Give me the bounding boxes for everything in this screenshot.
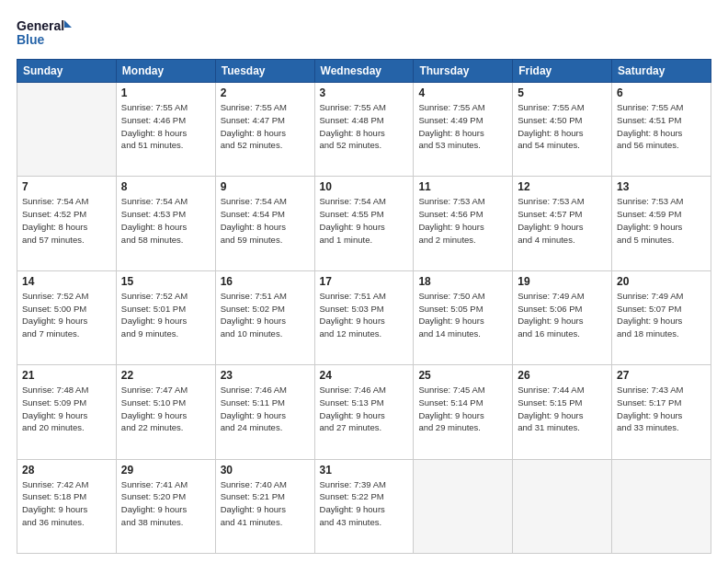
calendar-cell: 27Sunrise: 7:43 AM Sunset: 5:17 PM Dayli… xyxy=(612,365,711,459)
day-info: Sunrise: 7:52 AM Sunset: 5:01 PM Dayligh… xyxy=(121,290,210,340)
day-number: 14 xyxy=(22,275,111,288)
calendar-cell: 29Sunrise: 7:41 AM Sunset: 5:20 PM Dayli… xyxy=(116,459,215,553)
day-info: Sunrise: 7:52 AM Sunset: 5:00 PM Dayligh… xyxy=(22,290,111,340)
day-info: Sunrise: 7:45 AM Sunset: 5:14 PM Dayligh… xyxy=(418,384,507,434)
calendar-cell: 20Sunrise: 7:49 AM Sunset: 5:07 PM Dayli… xyxy=(612,270,711,364)
calendar-cell: 30Sunrise: 7:40 AM Sunset: 5:21 PM Dayli… xyxy=(215,459,314,553)
day-number: 13 xyxy=(617,180,706,193)
day-info: Sunrise: 7:53 AM Sunset: 4:56 PM Dayligh… xyxy=(418,195,507,246)
weekday-header-saturday: Saturday xyxy=(612,60,711,83)
weekday-header-sunday: Sunday xyxy=(17,60,117,83)
calendar-cell: 8Sunrise: 7:54 AM Sunset: 4:53 PM Daylig… xyxy=(116,177,215,270)
calendar-cell: 31Sunrise: 7:39 AM Sunset: 5:22 PM Dayli… xyxy=(314,459,414,553)
calendar-cell: 16Sunrise: 7:51 AM Sunset: 5:02 PM Dayli… xyxy=(215,270,314,364)
calendar-cell: 21Sunrise: 7:48 AM Sunset: 5:09 PM Dayli… xyxy=(17,365,117,459)
day-number: 22 xyxy=(121,369,210,382)
calendar-cell: 17Sunrise: 7:51 AM Sunset: 5:03 PM Dayli… xyxy=(314,270,414,364)
week-row-5: 28Sunrise: 7:42 AM Sunset: 5:18 PM Dayli… xyxy=(17,459,711,553)
svg-text:General: General xyxy=(17,18,64,33)
calendar-cell: 22Sunrise: 7:47 AM Sunset: 5:10 PM Dayli… xyxy=(116,365,215,459)
calendar-cell: 19Sunrise: 7:49 AM Sunset: 5:06 PM Dayli… xyxy=(513,270,612,364)
day-number: 26 xyxy=(518,369,607,382)
day-info: Sunrise: 7:39 AM Sunset: 5:22 PM Dayligh… xyxy=(320,478,409,529)
day-info: Sunrise: 7:55 AM Sunset: 4:47 PM Dayligh… xyxy=(221,101,310,152)
calendar-cell: 26Sunrise: 7:44 AM Sunset: 5:15 PM Dayli… xyxy=(513,365,612,459)
calendar-cell: 1Sunrise: 7:55 AM Sunset: 4:46 PM Daylig… xyxy=(116,83,215,177)
day-number: 19 xyxy=(518,275,607,288)
day-info: Sunrise: 7:43 AM Sunset: 5:17 PM Dayligh… xyxy=(617,384,706,434)
calendar-cell: 10Sunrise: 7:54 AM Sunset: 4:55 PM Dayli… xyxy=(314,177,414,270)
day-info: Sunrise: 7:44 AM Sunset: 5:15 PM Dayligh… xyxy=(518,384,607,434)
calendar-cell: 14Sunrise: 7:52 AM Sunset: 5:00 PM Dayli… xyxy=(17,270,117,364)
weekday-header-friday: Friday xyxy=(513,60,612,83)
day-info: Sunrise: 7:54 AM Sunset: 4:54 PM Dayligh… xyxy=(221,195,310,246)
day-info: Sunrise: 7:55 AM Sunset: 4:49 PM Dayligh… xyxy=(418,101,507,152)
day-info: Sunrise: 7:48 AM Sunset: 5:09 PM Dayligh… xyxy=(22,384,111,434)
calendar-cell: 25Sunrise: 7:45 AM Sunset: 5:14 PM Dayli… xyxy=(414,365,513,459)
day-number: 15 xyxy=(121,275,210,288)
day-number: 5 xyxy=(518,86,607,99)
day-info: Sunrise: 7:55 AM Sunset: 4:50 PM Dayligh… xyxy=(518,101,607,152)
day-number: 16 xyxy=(221,275,310,288)
header: General Blue xyxy=(17,17,711,50)
day-number: 23 xyxy=(221,369,310,382)
calendar-cell xyxy=(414,459,513,553)
weekday-header-tuesday: Tuesday xyxy=(215,60,314,83)
day-info: Sunrise: 7:49 AM Sunset: 5:07 PM Dayligh… xyxy=(617,290,706,340)
day-number: 18 xyxy=(418,275,507,288)
calendar-cell: 3Sunrise: 7:55 AM Sunset: 4:48 PM Daylig… xyxy=(314,83,414,177)
weekday-header-row: SundayMondayTuesdayWednesdayThursdayFrid… xyxy=(17,60,711,83)
calendar-cell: 12Sunrise: 7:53 AM Sunset: 4:57 PM Dayli… xyxy=(513,177,612,270)
day-info: Sunrise: 7:46 AM Sunset: 5:13 PM Dayligh… xyxy=(320,384,409,434)
day-info: Sunrise: 7:54 AM Sunset: 4:52 PM Dayligh… xyxy=(22,195,111,246)
week-row-4: 21Sunrise: 7:48 AM Sunset: 5:09 PM Dayli… xyxy=(17,365,711,459)
day-number: 1 xyxy=(121,86,210,99)
day-info: Sunrise: 7:53 AM Sunset: 4:59 PM Dayligh… xyxy=(617,195,706,246)
logo: General Blue xyxy=(17,17,72,50)
day-info: Sunrise: 7:53 AM Sunset: 4:57 PM Dayligh… xyxy=(518,195,607,246)
calendar-cell: 5Sunrise: 7:55 AM Sunset: 4:50 PM Daylig… xyxy=(513,83,612,177)
day-number: 25 xyxy=(418,369,507,382)
day-number: 3 xyxy=(320,86,409,99)
svg-marker-2 xyxy=(64,20,72,28)
calendar-cell: 18Sunrise: 7:50 AM Sunset: 5:05 PM Dayli… xyxy=(414,270,513,364)
calendar-cell: 9Sunrise: 7:54 AM Sunset: 4:54 PM Daylig… xyxy=(215,177,314,270)
day-info: Sunrise: 7:51 AM Sunset: 5:02 PM Dayligh… xyxy=(221,290,310,340)
week-row-1: 1Sunrise: 7:55 AM Sunset: 4:46 PM Daylig… xyxy=(17,83,711,177)
day-info: Sunrise: 7:46 AM Sunset: 5:11 PM Dayligh… xyxy=(221,384,310,434)
calendar-cell: 4Sunrise: 7:55 AM Sunset: 4:49 PM Daylig… xyxy=(414,83,513,177)
day-number: 4 xyxy=(418,86,507,99)
calendar-cell: 28Sunrise: 7:42 AM Sunset: 5:18 PM Dayli… xyxy=(17,459,117,553)
calendar-cell xyxy=(612,459,711,553)
calendar-cell: 11Sunrise: 7:53 AM Sunset: 4:56 PM Dayli… xyxy=(414,177,513,270)
calendar-cell: 6Sunrise: 7:55 AM Sunset: 4:51 PM Daylig… xyxy=(612,83,711,177)
weekday-header-wednesday: Wednesday xyxy=(314,60,414,83)
calendar-cell: 2Sunrise: 7:55 AM Sunset: 4:47 PM Daylig… xyxy=(215,83,314,177)
day-number: 31 xyxy=(320,464,409,477)
week-row-2: 7Sunrise: 7:54 AM Sunset: 4:52 PM Daylig… xyxy=(17,177,711,270)
day-info: Sunrise: 7:49 AM Sunset: 5:06 PM Dayligh… xyxy=(518,290,607,340)
day-info: Sunrise: 7:51 AM Sunset: 5:03 PM Dayligh… xyxy=(320,290,409,340)
calendar-page: General Blue SundayMondayTuesdayWednesda… xyxy=(0,0,728,563)
day-number: 21 xyxy=(22,369,111,382)
day-info: Sunrise: 7:40 AM Sunset: 5:21 PM Dayligh… xyxy=(221,478,310,529)
calendar-cell: 7Sunrise: 7:54 AM Sunset: 4:52 PM Daylig… xyxy=(17,177,117,270)
weekday-header-monday: Monday xyxy=(116,60,215,83)
day-number: 8 xyxy=(121,180,210,193)
week-row-3: 14Sunrise: 7:52 AM Sunset: 5:00 PM Dayli… xyxy=(17,270,711,364)
day-number: 10 xyxy=(320,180,409,193)
calendar-cell: 13Sunrise: 7:53 AM Sunset: 4:59 PM Dayli… xyxy=(612,177,711,270)
day-number: 20 xyxy=(617,275,706,288)
day-info: Sunrise: 7:50 AM Sunset: 5:05 PM Dayligh… xyxy=(418,290,507,340)
day-info: Sunrise: 7:55 AM Sunset: 4:51 PM Dayligh… xyxy=(617,101,706,152)
day-info: Sunrise: 7:55 AM Sunset: 4:46 PM Dayligh… xyxy=(121,101,210,152)
weekday-header-thursday: Thursday xyxy=(414,60,513,83)
day-info: Sunrise: 7:42 AM Sunset: 5:18 PM Dayligh… xyxy=(22,478,111,529)
day-number: 11 xyxy=(418,180,507,193)
day-info: Sunrise: 7:47 AM Sunset: 5:10 PM Dayligh… xyxy=(121,384,210,434)
day-number: 6 xyxy=(617,86,706,99)
day-number: 7 xyxy=(22,180,111,193)
calendar-cell: 24Sunrise: 7:46 AM Sunset: 5:13 PM Dayli… xyxy=(314,365,414,459)
day-number: 9 xyxy=(221,180,310,193)
calendar-cell xyxy=(513,459,612,553)
